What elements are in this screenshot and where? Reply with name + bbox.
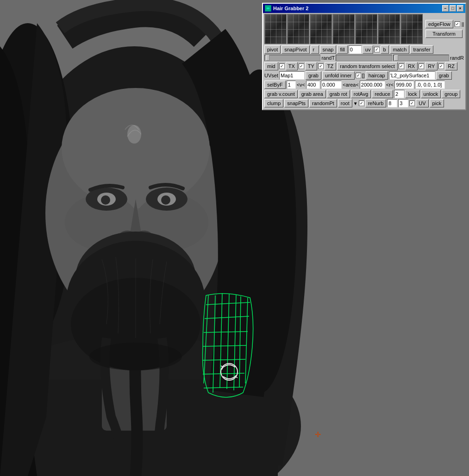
dbl-bracket: [] [362,73,365,78]
svg-point-8 [62,88,210,208]
root-button[interactable]: root [338,99,352,107]
thumbnail-3[interactable] [310,14,332,44]
minimize-button[interactable]: − [442,5,449,12]
mid-checkbox[interactable] [279,63,285,69]
fill-button[interactable]: fill [337,45,347,54]
maximize-button[interactable]: □ [450,5,456,12]
selbf-val4[interactable] [360,81,385,89]
panel-icon [265,5,271,12]
status-cross: ✛ [315,430,321,439]
dbl-pipe-label: || [462,21,464,27]
titlebar-left: Hair Grabber 2 [265,5,308,12]
RZ-button[interactable]: RZ [445,62,457,70]
uv-checkbox[interactable] [374,47,380,52]
lock-button[interactable]: lock [405,90,420,98]
RX-button[interactable]: RX [405,62,418,70]
TX-checkbox[interactable] [299,63,304,69]
grab-area-button[interactable]: grab area [299,90,326,98]
random-transform-select-button[interactable]: random transform select [337,62,398,70]
b-button[interactable]: b [381,45,389,54]
reduce-val[interactable] [394,90,404,98]
close-button[interactable]: × [457,5,463,12]
panel-title: Hair Grabber 2 [273,6,308,11]
TX-button[interactable]: TX [286,62,298,70]
hair-grabber-panel: Hair Grabber 2 − □ × edgeFlow [262,3,466,110]
match-button[interactable]: match [390,45,409,54]
svg-line-30 [204,332,248,332]
randT-slider[interactable] [264,55,320,61]
selbf-val3[interactable] [321,81,342,89]
transfer-button[interactable]: transfer [410,45,433,54]
renurb-checkbox[interactable] [409,100,415,106]
RY-button[interactable]: RY [425,62,438,70]
svg-line-27 [245,298,248,383]
thumbnail-7[interactable] [400,14,423,44]
UV-button[interactable]: UV [416,99,428,107]
randR-thumb[interactable] [394,55,398,61]
grab2-button[interactable]: grab [436,71,452,80]
edgeflow-checkbox[interactable] [455,21,460,27]
thumbnail-area: edgeFlow || Transform [264,14,464,44]
rts-checkbox[interactable] [399,63,404,69]
TZ-button[interactable]: TZ [325,62,336,70]
svg-point-16 [101,195,110,205]
polysurface-input[interactable] [389,71,435,80]
mid-button[interactable]: mid [264,62,278,70]
root-checkbox[interactable] [359,100,364,106]
row-mid: mid TX TY TZ random transform select RX … [264,62,464,70]
selbf-val6[interactable] [415,81,445,89]
snap-button[interactable]: snap [320,45,337,54]
haircap-button[interactable]: haircap [366,71,388,80]
map1-input[interactable] [279,71,305,80]
randR-slider[interactable] [393,55,449,61]
thumbnail-4[interactable] [332,14,355,44]
snapPivot-button[interactable]: snapPivot [281,45,309,54]
grab1-button[interactable]: grab [306,71,321,80]
thumbnail-5[interactable] [355,14,377,44]
snapPts-button[interactable]: snapPts [284,99,308,107]
RY-checkbox[interactable] [438,63,444,69]
TY-checkbox[interactable] [318,63,324,69]
pivot-button[interactable]: pivot [264,45,281,54]
randT-thumb[interactable] [266,55,269,61]
RX-checkbox[interactable] [419,63,424,69]
TY-button[interactable]: TY [305,62,317,70]
titlebar-buttons[interactable]: − □ × [442,5,463,12]
uv-button[interactable]: uv [363,45,374,54]
svg-line-36 [227,294,229,389]
wireframe-overlay [190,291,264,420]
unlock-button[interactable]: unlock [421,90,441,98]
randR-label: randR [450,55,464,61]
selByF-button[interactable]: selByF [264,81,286,89]
edgeflow-button[interactable]: edgeFlow [425,20,453,28]
reNurb-val3[interactable] [398,99,408,107]
group-button[interactable]: group [442,90,460,98]
svg-point-17 [161,195,170,205]
clump-button[interactable]: clump [264,99,283,107]
r-button[interactable]: r [311,45,319,54]
svg-line-34 [204,387,243,388]
rotAvg-button[interactable]: rotAvg [351,90,371,98]
reNurb-button[interactable]: reNurb [365,99,387,107]
grab-rot-button[interactable]: grab rot [327,90,350,98]
selbf-val1[interactable] [287,81,296,89]
thumbnail-2[interactable] [287,14,309,44]
selbf-val5[interactable] [394,81,414,89]
grab-vcount-button[interactable]: grab v.count [264,90,298,98]
thumbnail-6[interactable] [378,14,400,44]
svg-line-28 [206,302,250,305]
reNurb-val8[interactable] [387,99,397,107]
pick-button[interactable]: pick [430,99,444,107]
row-grab-vcount: grab v.count grab area grab rot rotAvg r… [264,90,464,98]
unfold-checkbox[interactable] [356,73,361,78]
transform-button[interactable]: Transform [425,30,463,38]
selbf-val2[interactable] [306,81,320,89]
svg-point-11 [127,125,141,144]
root-dropdown[interactable]: ▼ [353,101,358,106]
randR-slider-wrap[interactable] [336,55,392,61]
reduce-button[interactable]: reduce [372,90,393,98]
unfold-inner-button[interactable]: unfold inner [322,71,355,80]
thumbnail-1[interactable] [264,14,287,44]
randomPt-button[interactable]: randomPt [309,99,337,107]
fill-input[interactable] [349,45,362,54]
